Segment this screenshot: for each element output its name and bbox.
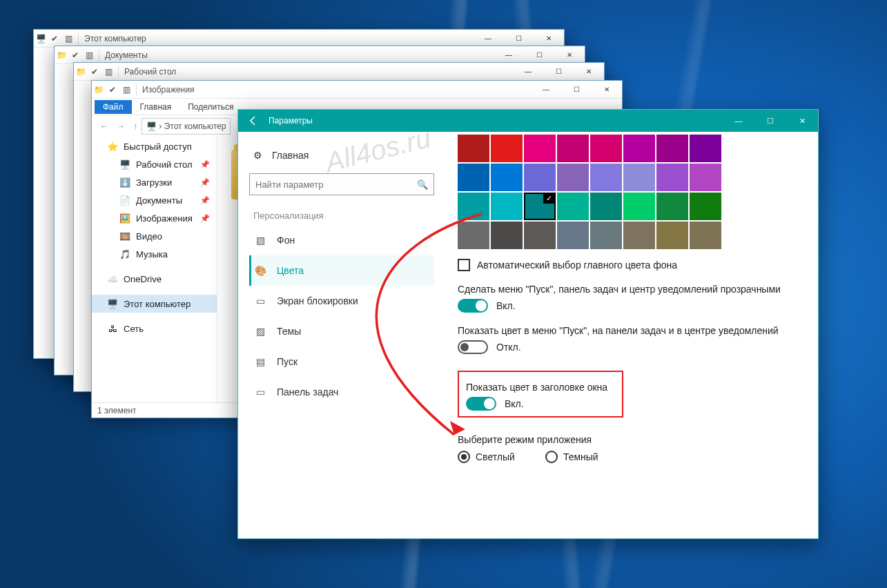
search-field[interactable]	[255, 179, 417, 190]
toggle-transparent[interactable]	[458, 299, 488, 313]
ribbon-home[interactable]: Главная	[132, 100, 180, 114]
color-swatch[interactable]	[590, 222, 622, 249]
settings-title: Параметры	[269, 116, 313, 126]
maximize-button[interactable]: ☐	[561, 81, 592, 99]
nav-fwd-icon[interactable]: →	[113, 121, 129, 131]
close-button[interactable]: ✕	[592, 81, 622, 99]
minimize-button[interactable]: —	[473, 30, 503, 48]
checkbox-icon[interactable]	[458, 259, 470, 271]
sidebar-item-desktop[interactable]: 🖥️Рабочий стол📌	[92, 155, 217, 173]
auto-color-checkbox[interactable]: Автоматический выбор главного цвета фона	[458, 259, 806, 271]
settings-titlebar[interactable]: Параметры — ☐ ✕	[238, 110, 818, 132]
app-mode-label: Выберите режим приложения	[458, 434, 806, 445]
color-swatch[interactable]	[690, 193, 721, 220]
sidebar-item-pictures[interactable]: 🖼️Изображения📌	[92, 209, 217, 227]
minimize-button[interactable]: —	[513, 63, 543, 81]
color-swatch[interactable]	[590, 164, 622, 191]
color-swatch[interactable]	[656, 164, 688, 191]
nav-taskbar[interactable]: ▭Панель задач	[249, 377, 434, 407]
sidebar-onedrive[interactable]: ☁️OneDrive	[92, 270, 217, 288]
breadcrumb[interactable]: 🖥️ › Этот компьютер	[142, 118, 231, 135]
toggle-titlecolor[interactable]	[466, 397, 496, 411]
color-swatch[interactable]	[623, 193, 655, 220]
color-swatch[interactable]	[524, 193, 556, 220]
back-button[interactable]	[238, 110, 269, 132]
settings-window[interactable]: Параметры — ☐ ✕ ⚙ Главная 🔍 Персонализац…	[237, 109, 819, 539]
titlebar[interactable]: 📁 ✔ ▥ Изображения —☐✕	[92, 81, 622, 99]
color-swatch[interactable]	[590, 193, 622, 220]
toggle-state: Вкл.	[505, 398, 524, 409]
sidebar-network[interactable]: 🖧Сеть	[92, 320, 217, 337]
color-swatch[interactable]	[557, 193, 589, 220]
nav-lockscreen[interactable]: ▭Экран блокировки	[249, 286, 434, 316]
taskbar-icon: ▭	[253, 386, 267, 398]
color-swatch[interactable]	[458, 222, 489, 249]
color-swatch[interactable]	[623, 222, 655, 249]
documents-icon: 📄	[119, 195, 130, 206]
titlebar[interactable]: 📁 ✔ ▥ Рабочий стол —☐✕	[74, 63, 604, 81]
color-swatch[interactable]	[491, 164, 523, 191]
maximize-button[interactable]: ☐	[754, 110, 786, 132]
nav-themes[interactable]: ▨Темы	[249, 316, 434, 346]
qat-icon[interactable]: ▥	[103, 66, 114, 77]
nav-colors[interactable]: 🎨Цвета	[249, 255, 434, 286]
qat-icon[interactable]: ▥	[63, 33, 74, 44]
maximize-button[interactable]: ☐	[524, 46, 554, 64]
color-swatch[interactable]	[557, 222, 589, 249]
close-button[interactable]: ✕	[554, 46, 585, 64]
nav-back-icon[interactable]: ←	[96, 121, 113, 131]
sidebar-quick-access[interactable]: ⭐Быстрый доступ	[92, 137, 217, 155]
toggle-state: Вкл.	[496, 300, 516, 311]
nav-start[interactable]: ▤Пуск	[249, 346, 434, 377]
radio-dark[interactable]: Темный	[545, 451, 598, 463]
sidebar-item-downloads[interactable]: ⬇️Загрузки📌	[92, 173, 217, 191]
qat-icon[interactable]: ✔	[49, 33, 60, 44]
search-input[interactable]: 🔍	[249, 173, 434, 195]
color-swatch[interactable]	[656, 222, 688, 249]
qat-icon[interactable]: ▥	[121, 84, 132, 95]
minimize-button[interactable]: —	[531, 81, 561, 99]
color-swatch[interactable]	[690, 222, 721, 249]
color-swatch[interactable]	[557, 164, 589, 191]
pin-icon: 📌	[200, 214, 217, 223]
close-button[interactable]: ✕	[534, 30, 564, 48]
toggle-showcolor[interactable]	[458, 340, 488, 354]
color-swatch[interactable]	[524, 164, 556, 191]
sidebar-item-music[interactable]: 🎵Музыка	[92, 245, 217, 263]
color-swatch[interactable]	[458, 164, 489, 191]
maximize-button[interactable]: ☐	[503, 30, 534, 48]
color-swatch[interactable]	[524, 222, 556, 249]
nav-home[interactable]: ⚙ Главная	[249, 146, 434, 165]
sidebar-this-pc[interactable]: 🖥️Этот компьютер	[92, 295, 217, 313]
maximize-button[interactable]: ☐	[543, 63, 574, 81]
color-swatch[interactable]	[458, 193, 489, 220]
qat-icon[interactable]: ✔	[70, 50, 81, 61]
color-swatch[interactable]	[557, 135, 589, 162]
color-swatch[interactable]	[656, 193, 688, 220]
color-swatch[interactable]	[656, 135, 688, 162]
color-swatch[interactable]	[491, 193, 523, 220]
sidebar-item-documents[interactable]: 📄Документы📌	[92, 191, 217, 209]
color-swatch[interactable]	[590, 135, 622, 162]
color-swatch[interactable]	[458, 135, 489, 162]
ribbon-file[interactable]: Файл	[95, 100, 132, 114]
color-swatch[interactable]	[690, 135, 721, 162]
qat-icon[interactable]: ▥	[84, 50, 95, 61]
color-swatch[interactable]	[491, 222, 523, 249]
close-button[interactable]: ✕	[574, 63, 604, 81]
close-button[interactable]: ✕	[786, 110, 818, 132]
nav-background[interactable]: ▧Фон	[249, 225, 434, 255]
qat-icon[interactable]: ✔	[89, 66, 100, 77]
ribbon-share[interactable]: Поделиться	[179, 100, 242, 114]
minimize-button[interactable]: —	[494, 46, 524, 64]
color-swatch[interactable]	[524, 135, 556, 162]
color-swatch[interactable]	[491, 135, 523, 162]
color-swatch[interactable]	[623, 164, 655, 191]
qat-icon[interactable]: ✔	[107, 84, 118, 95]
color-swatch[interactable]	[623, 135, 655, 162]
color-swatch[interactable]	[690, 164, 721, 191]
radio-light[interactable]: Светлый	[458, 451, 515, 463]
nav-up-icon[interactable]: ↑	[129, 121, 142, 131]
sidebar-item-videos[interactable]: 🎞️Видео	[92, 227, 217, 245]
minimize-button[interactable]: —	[723, 110, 754, 132]
